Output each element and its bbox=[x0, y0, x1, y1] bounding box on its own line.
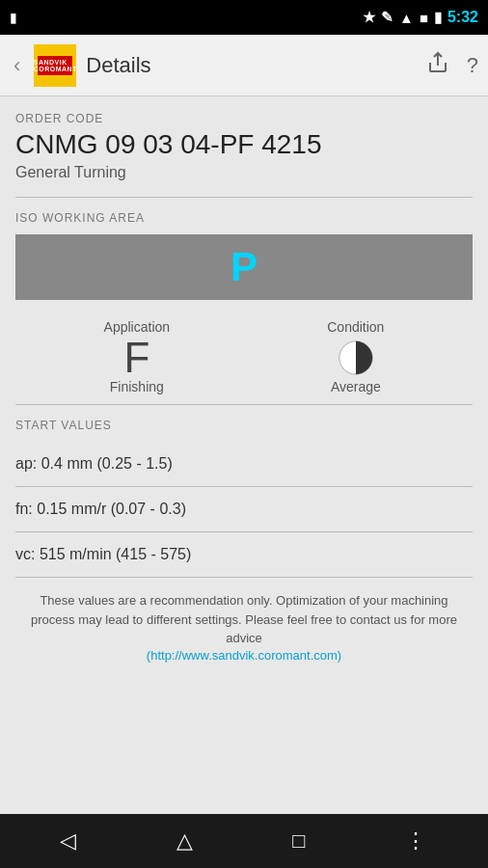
product-type: General Turning bbox=[15, 164, 473, 181]
wifi-icon: ▲ bbox=[399, 10, 414, 26]
status-bar-left: ▮ bbox=[10, 10, 17, 25]
condition-section: Condition Average bbox=[327, 319, 384, 394]
home-nav-button[interactable]: △ bbox=[176, 828, 193, 854]
bluetooth-icon: ★ bbox=[363, 9, 375, 26]
application-section: Application F Finishing bbox=[104, 319, 171, 394]
order-code-section: ORDER CODE CNMG 09 03 04-PF 4215 General… bbox=[15, 112, 473, 181]
app-bar: ‹ SANDVIKCOROMANT Details ? bbox=[0, 35, 488, 96]
back-nav-button[interactable]: ◁ bbox=[60, 828, 76, 854]
fn-value: fn: 0.15 mm/r (0.07 - 0.3) bbox=[15, 487, 473, 532]
status-bar-right: ★ ✎ ▲ ■ ▮ 5:32 bbox=[363, 9, 478, 26]
recommendation-section: These values are a recommendation only. … bbox=[15, 578, 473, 676]
app-condition-row: Application F Finishing Condition Averag… bbox=[15, 319, 473, 394]
content-area: ORDER CODE CNMG 09 03 04-PF 4215 General… bbox=[0, 96, 488, 676]
app-bar-actions: ? bbox=[426, 51, 478, 80]
recommendation-text: These values are a recommendation only. … bbox=[25, 591, 463, 648]
logo-box: SANDVIKCOROMANT bbox=[34, 44, 76, 87]
application-sublabel: Finishing bbox=[110, 379, 164, 394]
signal-icon: ■ bbox=[420, 10, 428, 26]
iso-area-box: P bbox=[15, 234, 473, 300]
vc-value: vc: 515 m/min (415 - 575) bbox=[15, 532, 473, 578]
divider-1 bbox=[15, 197, 473, 198]
help-button[interactable]: ? bbox=[467, 53, 478, 78]
condition-label: Condition bbox=[327, 319, 384, 335]
divider-2 bbox=[15, 404, 473, 405]
start-values-section: START VALUES ap: 0.4 mm (0.25 - 1.5) fn:… bbox=[15, 404, 473, 578]
bottom-nav: ◁ △ □ ⋮ bbox=[0, 814, 488, 868]
start-values-label: START VALUES bbox=[15, 419, 473, 432]
ap-value: ap: 0.4 mm (0.25 - 1.5) bbox=[15, 442, 473, 487]
edit-icon: ✎ bbox=[381, 9, 393, 26]
recommendation-link[interactable]: (http://www.sandvik.coromant.com) bbox=[25, 648, 463, 663]
iso-p-letter: P bbox=[230, 244, 258, 290]
recent-nav-button[interactable]: □ bbox=[292, 828, 305, 854]
order-code-label: ORDER CODE bbox=[15, 112, 473, 125]
back-button[interactable]: ‹ bbox=[10, 49, 24, 82]
battery-icon: ▮ bbox=[434, 9, 442, 26]
status-bar: ▮ ★ ✎ ▲ ■ ▮ 5:32 bbox=[0, 0, 488, 35]
condition-icon bbox=[337, 339, 375, 377]
condition-sublabel: Average bbox=[331, 379, 381, 394]
status-time: 5:32 bbox=[447, 9, 478, 26]
screen-icon: ▮ bbox=[10, 10, 17, 25]
more-nav-button[interactable]: ⋮ bbox=[405, 828, 428, 854]
page-title: Details bbox=[86, 53, 416, 78]
share-button[interactable] bbox=[426, 51, 449, 80]
order-code-value: CNMG 09 03 04-PF 4215 bbox=[15, 129, 473, 160]
iso-working-area-section: ISO WORKING AREA P bbox=[15, 211, 473, 300]
application-f-icon: F bbox=[123, 337, 149, 379]
sandvik-logo: SANDVIKCOROMANT bbox=[38, 56, 72, 75]
iso-label: ISO WORKING AREA bbox=[15, 211, 473, 225]
application-label: Application bbox=[104, 319, 171, 335]
